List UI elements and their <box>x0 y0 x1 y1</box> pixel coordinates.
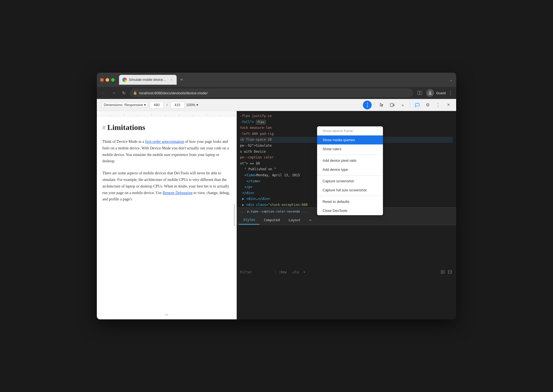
back-button[interactable]: ← <box>100 89 108 97</box>
height-input[interactable] <box>170 101 185 109</box>
devtools-more-button[interactable]: ⋮ <box>434 101 442 109</box>
menu-item-reset-to-defaults[interactable]: Reset to defaults <box>317 197 383 206</box>
traffic-lights <box>100 78 115 82</box>
console-toggle-button[interactable] <box>413 101 422 109</box>
tab-more[interactable]: » <box>305 216 316 224</box>
browser-window: Simulate mobile devices with D × + ⌄ ← →… <box>97 73 456 319</box>
lock-icon: 🔒 <box>133 91 137 95</box>
devtools-bottom-tabs: Styles Computed Layout » <box>237 215 456 225</box>
maximize-window-button[interactable] <box>111 78 115 82</box>
zoom-dropdown[interactable]: 100% ▾ <box>186 103 198 107</box>
html-line: -flex justify-co <box>240 113 453 119</box>
more-panels-button[interactable]: » <box>398 101 407 109</box>
tab-favicon <box>122 78 127 82</box>
menu-item-add-device-pixel-ratio[interactable]: Add device pixel ratio <box>317 156 383 165</box>
html-ellipsis: ... <box>240 210 246 213</box>
menu-separator-2 <box>317 175 383 175</box>
devtools-toolbar: Dimensions: Responsive ▾ × 100% ▾ ⋮ <box>97 99 456 111</box>
tab-computed[interactable]: Computed <box>259 216 284 224</box>
chat-icon <box>415 103 419 107</box>
menu-item-show-media-queries[interactable]: Show media queries <box>317 135 383 144</box>
paragraph-2: There are some aspects of mobile devices… <box>102 170 231 203</box>
menu-separator-1 <box>317 155 383 155</box>
close-devtools-toolbar-button[interactable]: × <box>444 101 453 109</box>
hash-symbol: # <box>102 124 106 131</box>
element-picker-button[interactable] <box>377 101 386 109</box>
styles-filter-bar: :hov .cls + <box>237 225 456 319</box>
main-area: # Limitations Think of Device Mode as a … <box>97 111 456 319</box>
devtools-kebab-icon: ⋮ <box>436 102 441 108</box>
color-palettes-button[interactable] <box>447 269 453 275</box>
toolbar-divider-2 <box>410 102 410 108</box>
profile-icon <box>428 90 433 95</box>
menu-item-capture-screenshot[interactable]: Capture screenshot <box>317 177 383 186</box>
scroll-indicator <box>234 204 235 226</box>
dropdown-menu: Show device frame Show media queries Sho… <box>317 126 383 215</box>
gear-icon: ⚙ <box>426 102 430 107</box>
remote-debugging-link[interactable]: Remote Debugging <box>163 191 193 195</box>
menu-item-add-device-type[interactable]: Add device type <box>317 165 383 174</box>
svg-rect-5 <box>97 111 236 117</box>
svg-rect-4 <box>393 104 394 106</box>
more-panels-icon: » <box>402 103 404 107</box>
close-window-button[interactable] <box>100 78 104 82</box>
toolbar-divider-1 <box>374 102 375 108</box>
refresh-button[interactable]: ↻ <box>120 89 128 97</box>
browser-more-button[interactable]: ⋮ <box>448 90 453 96</box>
address-bar[interactable]: 🔒 localhost:8080/docs/devtools/device-mo… <box>130 89 413 97</box>
dimensions-dropdown[interactable]: Dimensions: Responsive ▾ <box>102 102 148 108</box>
menu-item-show-device-frame[interactable]: Show device frame <box>317 126 383 135</box>
filter-divider <box>275 270 275 274</box>
width-input[interactable] <box>149 101 164 109</box>
devtools-icon <box>417 91 422 95</box>
new-tab-button[interactable]: + <box>178 76 185 84</box>
title-bar: Simulate mobile devices with D × + ⌄ <box>97 73 456 87</box>
cls-filter-button[interactable]: .cls <box>290 270 300 275</box>
new-rule-icon <box>441 270 445 274</box>
paragraph-1: Think of Device Mode as a first-order ap… <box>102 138 231 164</box>
svg-point-2 <box>429 91 431 93</box>
tab-bar: Simulate mobile devices with D × + ⌄ <box>119 75 453 85</box>
tab-close-button[interactable]: × <box>170 78 173 82</box>
menu-item-show-rulers[interactable]: Show rulers <box>317 144 383 154</box>
html-line: -full"> flex <box>240 119 453 125</box>
device-more-options-button[interactable]: ⋮ <box>363 101 372 109</box>
guest-label: Guest <box>436 91 446 95</box>
close-icon: × <box>447 102 450 108</box>
tab-styles[interactable]: Styles <box>239 216 259 225</box>
selected-element-path: p.type--caption.color-seconda <box>247 210 300 213</box>
tab-title: Simulate mobile devices with D <box>129 78 167 82</box>
page-heading: # Limitations <box>102 123 231 132</box>
new-style-rule-button[interactable] <box>440 269 446 275</box>
nav-bar: ← → ↻ 🔒 localhost:8080/docs/devtools/dev… <box>97 87 456 99</box>
tab-overflow-chevron[interactable]: ⌄ <box>450 78 453 82</box>
page-content: # Limitations Think of Device Mode as a … <box>97 117 236 215</box>
first-order-link[interactable]: first-order approximation <box>145 140 184 144</box>
menu-item-close-devtools[interactable]: Close DevTools <box>317 206 383 215</box>
scroll-hint: ═ <box>165 312 168 317</box>
toggle-devtools-button[interactable] <box>415 89 424 97</box>
device-icon <box>390 103 394 107</box>
svg-rect-3 <box>390 103 393 107</box>
flex-badge: flex <box>256 120 266 124</box>
menu-separator-3 <box>317 196 383 196</box>
add-style-rule-button[interactable]: + <box>302 270 306 275</box>
address-text: localhost:8080/docs/devtools/device-mode… <box>139 91 410 95</box>
palette-icon <box>448 270 452 274</box>
hov-filter-button[interactable]: :hov <box>278 270 288 275</box>
minimize-window-button[interactable] <box>106 78 109 82</box>
tab-layout[interactable]: Layout <box>284 216 305 224</box>
styles-filter-input[interactable] <box>240 270 273 274</box>
forward-button[interactable]: → <box>110 89 118 97</box>
dropdown-arrow: ▾ <box>144 103 146 107</box>
three-dots-icon: ⋮ <box>365 102 370 108</box>
device-toggle-button[interactable] <box>388 101 397 109</box>
menu-item-capture-full-size-screenshot[interactable]: Capture full size screenshot <box>317 186 383 195</box>
heading-text: Limitations <box>107 123 145 132</box>
profile-button[interactable] <box>426 89 434 97</box>
browser-tab-active[interactable]: Simulate mobile devices with D × <box>119 75 177 85</box>
dimension-separator: × <box>165 103 169 107</box>
ruler-top <box>97 111 236 117</box>
ruler-marks <box>97 111 236 117</box>
settings-button[interactable]: ⚙ <box>423 101 432 109</box>
